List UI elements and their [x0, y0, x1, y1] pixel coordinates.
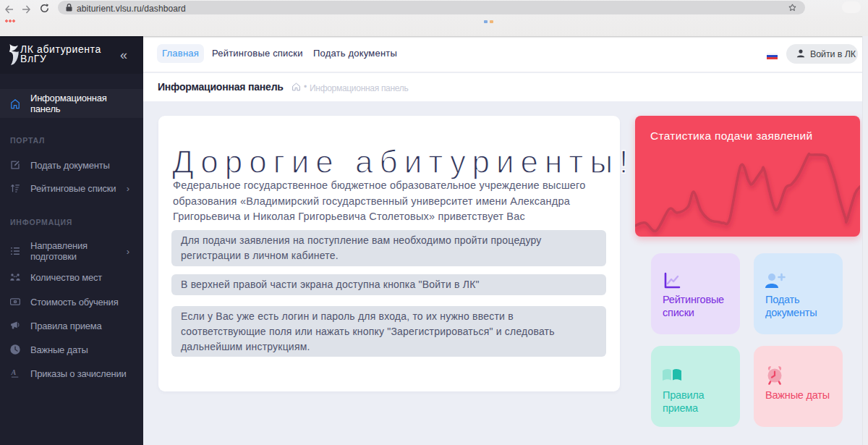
svg-text:A: A — [11, 368, 17, 376]
